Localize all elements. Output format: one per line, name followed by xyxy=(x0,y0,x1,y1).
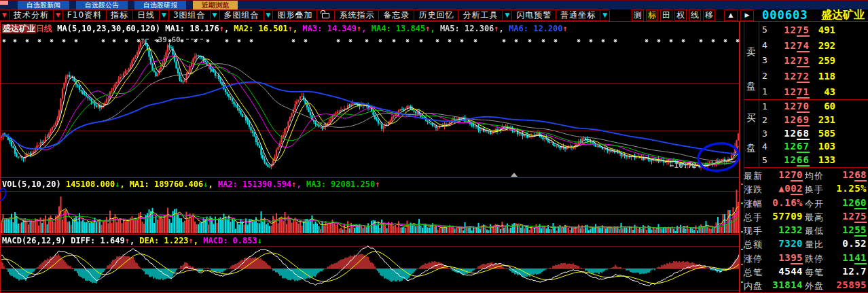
total-trades-value: 4544 xyxy=(778,266,803,277)
value-int: 0.52 xyxy=(842,238,867,249)
level-number: 4 xyxy=(762,38,767,54)
value-dec: 41 xyxy=(854,252,867,264)
bid-row-4[interactable]: 41267103 xyxy=(744,140,868,154)
value-int: 12 xyxy=(842,224,854,235)
bid-volume: 133 xyxy=(793,154,835,167)
level-number: 2 xyxy=(762,114,767,127)
toolbar-item-analysis-tools[interactable]: 分析工具 xyxy=(458,10,503,21)
level-number: 3 xyxy=(762,53,767,69)
dropdown-cyan-icon[interactable]: ▼ xyxy=(502,10,512,21)
toolbar-item-history-replay[interactable]: 历史回忆 xyxy=(414,10,458,21)
candlestick-chart-canvas[interactable] xyxy=(0,21,740,293)
tab-announcements[interactable]: 自选股公告 xyxy=(76,1,128,10)
total-amount-value: 7320 xyxy=(778,238,803,249)
quote-panel: 卖盘买盘512754914127429231273259212721181127… xyxy=(740,21,868,293)
limit-up-label: 涨停 xyxy=(744,253,763,265)
change-pct-label: 涨幅 xyxy=(744,198,763,210)
stock-code: 000603 xyxy=(762,8,808,22)
toolbar-item-period-daily[interactable]: 日线 xyxy=(132,10,160,21)
panel-tick-mark xyxy=(741,249,743,250)
tool-mark-button[interactable]: 标 xyxy=(646,10,658,21)
current-volume-label: 现手 xyxy=(744,225,763,237)
panel-tick-mark xyxy=(741,264,743,265)
dropdown-cyan-icon[interactable]: ▼ xyxy=(600,10,610,21)
tool-measure-button[interactable]: 测 xyxy=(632,10,644,21)
level-number: 5 xyxy=(762,22,767,38)
value-int: 12 xyxy=(842,197,854,208)
bid-row-3[interactable]: 31268585 xyxy=(744,127,868,141)
panel-tick-mark xyxy=(741,203,743,204)
limit-down-value: 1141 xyxy=(842,252,867,263)
toolbar-item-tech-analysis[interactable]: 技术分析 xyxy=(9,10,54,21)
toolbar-item-system-signal[interactable]: 系统指示 xyxy=(334,10,379,21)
toolbar-item-normal-coords[interactable]: 普通坐标 xyxy=(556,10,600,21)
toolbar-item-memo[interactable]: 备忘录 xyxy=(378,10,414,21)
ask-volume: 292 xyxy=(793,38,835,54)
bid-volume: 585 xyxy=(793,127,835,141)
bid-volume: 103 xyxy=(793,140,835,154)
panel-tick-mark xyxy=(741,281,743,283)
ask-row-4[interactable]: 41274292 xyxy=(744,38,868,54)
inner-volume-value: 31814 xyxy=(772,279,803,290)
ask-row-3[interactable]: 31273259 xyxy=(744,53,868,69)
toolbar-item-indicator[interactable]: 指标 xyxy=(106,10,133,21)
toolbar-item-layout-3chart[interactable]: 3图组合 xyxy=(168,10,211,21)
low-label: 最低 xyxy=(805,225,824,237)
toolbar-item-overlay[interactable]: 图形叠加 xyxy=(272,10,317,21)
corner-chip xyxy=(0,1,8,5)
value-int: 13 xyxy=(778,252,791,263)
toolbar-item-lock[interactable] xyxy=(317,10,335,21)
ask-row-5[interactable]: 51275491 xyxy=(744,22,868,38)
toolbar-divider-line xyxy=(0,21,868,22)
tool-move-button[interactable]: 移 xyxy=(703,10,715,21)
tab-research[interactable]: 自选股研报 xyxy=(134,1,186,10)
level-number: 1 xyxy=(762,100,767,114)
bid-volume: 60 xyxy=(793,100,835,114)
total-amount-label: 总额 xyxy=(744,239,763,251)
value-int: 57709 xyxy=(772,211,803,222)
outer-volume-label: 外盘 xyxy=(805,280,824,292)
total-trades-label: 总笔 xyxy=(744,266,763,279)
tool-grid-button[interactable]: 田 xyxy=(660,10,672,21)
value-dec: 55 xyxy=(854,224,867,237)
panel-right-icon[interactable]: ▶ xyxy=(740,10,754,21)
ask-volume: 43 xyxy=(793,84,835,100)
ask-row-1[interactable]: 1127143 xyxy=(744,84,868,100)
value-int: 12.7 xyxy=(842,266,867,277)
dropdown-cyan-icon[interactable]: ▼ xyxy=(210,10,220,21)
avg-price-label: 均价 xyxy=(805,170,824,182)
bid-volume: 231 xyxy=(793,114,835,127)
toolbar-item-layout-multichart[interactable]: 多图组合 xyxy=(219,10,264,21)
tool-rights-button[interactable]: 权 xyxy=(674,10,687,21)
toolbar-item-f10-info[interactable]: F10资料 xyxy=(62,10,107,21)
dropdown-red-icon[interactable]: ▼ xyxy=(53,10,63,21)
high-label: 最高 xyxy=(805,211,824,224)
dropdown-cyan-icon[interactable]: ▼ xyxy=(159,10,169,21)
bid-row-2[interactable]: 21269231 xyxy=(744,114,868,127)
bid-row-5[interactable]: 51266133 xyxy=(744,154,868,167)
low-value: 1255 xyxy=(842,224,867,235)
value-int: 0.16% xyxy=(772,197,803,208)
panel-tick-mark xyxy=(741,231,743,232)
total-volume-label: 总手 xyxy=(744,211,763,224)
dropdown-red-icon[interactable]: ▼ xyxy=(0,10,10,21)
outer-volume-value: 25895 xyxy=(836,279,867,290)
ask-row-2[interactable]: 21272118 xyxy=(744,69,868,84)
stock-name: 盛达矿业 xyxy=(821,8,865,22)
avg-price-value: 1268 xyxy=(842,169,867,180)
turnover-rate-value: 1.25% xyxy=(836,183,867,194)
tab-news[interactable]: 自选股新闻 xyxy=(18,1,69,10)
panel-tick-mark xyxy=(741,184,743,185)
tool-line-button[interactable]: 线 xyxy=(689,10,701,21)
value-int: 4544 xyxy=(778,266,803,277)
value-dec: 75 xyxy=(854,211,867,223)
panel-up-icon[interactable]: ▲ xyxy=(724,10,738,21)
bid-row-1[interactable]: 1127060 xyxy=(744,100,868,114)
dropdown-cyan-icon[interactable]: ▼ xyxy=(264,10,274,21)
latest-value: 1270 xyxy=(778,169,803,180)
tab-recent[interactable]: 近期浏览 xyxy=(193,1,238,10)
lock-open-icon xyxy=(322,13,329,18)
toolbar-item-flash-alert[interactable]: 闪电预警 xyxy=(511,10,556,21)
change-label: 涨跌 xyxy=(744,184,763,196)
change-pct-value: 0.16% xyxy=(772,197,803,208)
